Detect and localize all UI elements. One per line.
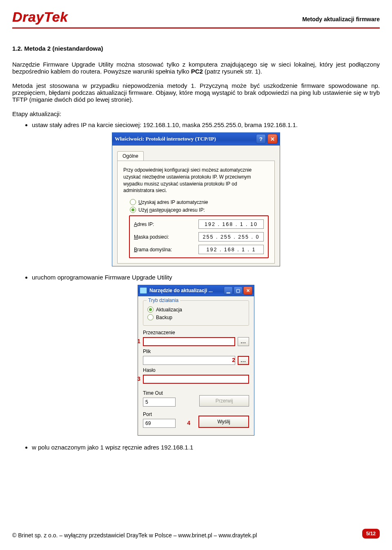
mode-legend: Tryb działania (147, 297, 180, 303)
dest-label: Przeznaczenie (143, 330, 249, 335)
tcpip-help-text: Przy odpowiedniej konfiguracji sieci moż… (123, 167, 269, 194)
file-input[interactable] (143, 356, 235, 365)
port-label: Port (143, 411, 176, 417)
radio-auto-icon (130, 199, 136, 205)
paragraph-1: Narzędzie Firmware Upgrade Utility można… (12, 61, 380, 75)
steps-list: ustaw stały adres IP na karcie sieciowej… (12, 121, 380, 128)
tab-general[interactable]: Ogólne (117, 151, 144, 161)
page-number-badge: 5/12 (362, 529, 380, 539)
radio-update-label: Aktualizacja (156, 307, 182, 313)
tcpip-window: Właściwości: Protokół internetowy (TCP/I… (112, 132, 280, 266)
ip-field[interactable]: 192 . 168 . 1 . 10 (198, 219, 264, 229)
badge-1: 1 (137, 338, 140, 344)
file-browse-button[interactable]: ... (238, 356, 249, 365)
badge-3: 3 (137, 376, 140, 382)
step-item-2: uruchom oprogramowanie Firmware Upgrade … (32, 274, 380, 281)
section-heading: 1.2. Metoda 2 (niestandardowa) (12, 45, 380, 52)
tcpip-body: Ogólne Przy odpowiedniej konfiguracji si… (112, 145, 280, 266)
step-item-3: w polu oznaczonym jako 1 wpisz ręcznie a… (32, 444, 380, 451)
port-col: Port (143, 409, 176, 428)
steps-list-2: uruchom oprogramowanie Firmware Upgrade … (12, 274, 380, 281)
mask-label: Maska podsieci: (134, 234, 193, 240)
fw-window-buttons: ▁ ▢ ✕ (224, 286, 252, 295)
pass-label: Hasło (143, 367, 249, 373)
tcpip-tab-pane: Przy odpowiedniej konfiguracji sieci moż… (117, 161, 275, 264)
radio-manual-icon (130, 207, 136, 213)
p1-b: PC2 (191, 68, 203, 75)
minimize-button[interactable]: ▁ (224, 286, 233, 295)
tcpip-title: Właściwości: Protokół internetowy (TCP/I… (115, 136, 216, 142)
port-input[interactable] (143, 419, 176, 428)
header-title: Metody aktualizacji firmware (302, 16, 380, 25)
content: 1.2. Metoda 2 (niestandardowa) Narzędzie… (12, 45, 380, 451)
fw-titlebar[interactable]: Narzędzie do aktualizacji ... ▁ ▢ ✕ (138, 285, 254, 296)
dest-browse-button[interactable]: ... (238, 337, 249, 346)
p1-c: (patrz rysunek str. 1). (203, 68, 262, 75)
radio-update-icon (147, 306, 154, 313)
page: DrayTek Metody aktualizacji firmware 1.2… (0, 0, 392, 550)
timeout-label: Time Out (143, 390, 176, 396)
radio-auto-row[interactable]: Uzyskaj adres IP automatycznie (130, 199, 269, 205)
file-label: Plik (143, 349, 249, 354)
badge-2: 2 (232, 357, 235, 363)
gateway-field[interactable]: 192 . 168 . 1 . 1 (198, 245, 264, 254)
send-button[interactable]: Wyślij (198, 416, 249, 428)
tcpip-window-buttons: ? ✕ (256, 134, 277, 144)
page-footer: © Brinet sp. z o.o. – wyłączny przedstaw… (12, 529, 380, 539)
timeout-col: Time Out (143, 388, 176, 407)
radio-backup-label: Backup (156, 315, 172, 320)
badge-4: 4 (187, 420, 190, 426)
radio-backup-row[interactable]: Backup (147, 314, 245, 320)
footer-text: © Brinet sp. z o.o. – wyłączny przedstaw… (12, 532, 257, 539)
close-button[interactable]: ✕ (267, 134, 277, 144)
radio-backup-icon (147, 314, 154, 320)
fw-title-left: Narzędzie do aktualizacji ... (140, 287, 213, 294)
page-header: DrayTek Metody aktualizacji firmware (12, 9, 380, 29)
port-send-row: Port 4 Wyślij (143, 409, 249, 428)
timeout-input[interactable] (143, 398, 176, 407)
maximize-button[interactable]: ▢ (234, 286, 243, 295)
pass-input[interactable] (143, 375, 249, 384)
paragraph-2: Metoda jest stosowana w przypadku niepow… (12, 82, 380, 103)
pass-row: 3 (143, 375, 249, 384)
tcpip-titlebar[interactable]: Właściwości: Protokół internetowy (TCP/I… (112, 133, 280, 145)
file-row: 2 ... (143, 356, 249, 365)
radio-manual-label: Użyj następującego adresu IP: (138, 207, 205, 213)
ip-label: Adres IP: (134, 221, 193, 227)
step-item-1: ustaw stały adres IP na karcie sieciowej… (32, 121, 380, 128)
radio-update-row[interactable]: Aktualizacja (147, 306, 245, 313)
steps-intro: Etapy aktualizacji: (12, 110, 380, 117)
tcpip-tabs: Ogólne (117, 151, 275, 161)
app-icon (140, 287, 147, 294)
radio-auto-label: Uzyskaj adres IP automatycznie (138, 199, 208, 205)
mode-groupbox: Tryb działania Aktualizacja Backup (143, 300, 249, 326)
fw-title: Narzędzie do aktualizacji ... (149, 288, 213, 293)
fw-window: Narzędzie do aktualizacji ... ▁ ▢ ✕ Tryb… (138, 285, 254, 436)
gateway-label: Brama domyślna: (134, 247, 193, 253)
timeout-port-row: Time Out Przerwij (143, 388, 249, 407)
dest-input[interactable] (143, 337, 235, 346)
ip-grid: Adres IP: 192 . 168 . 1 . 10 Maska podsi… (129, 215, 269, 258)
mask-field[interactable]: 255 . 255 . 255 . 0 (198, 232, 264, 241)
radio-manual-row[interactable]: Użyj następującego adresu IP: (130, 207, 269, 213)
steps-list-3: w polu oznaczonym jako 1 wpisz ręcznie a… (12, 444, 380, 451)
logo: DrayTek (12, 9, 68, 25)
close-button[interactable]: ✕ (243, 286, 252, 295)
cancel-button[interactable]: Przerwij (199, 395, 249, 407)
fw-body: Tryb działania Aktualizacja Backup Przez… (138, 296, 254, 435)
dest-row: 1 ... (143, 337, 249, 346)
help-button[interactable]: ? (256, 134, 266, 144)
